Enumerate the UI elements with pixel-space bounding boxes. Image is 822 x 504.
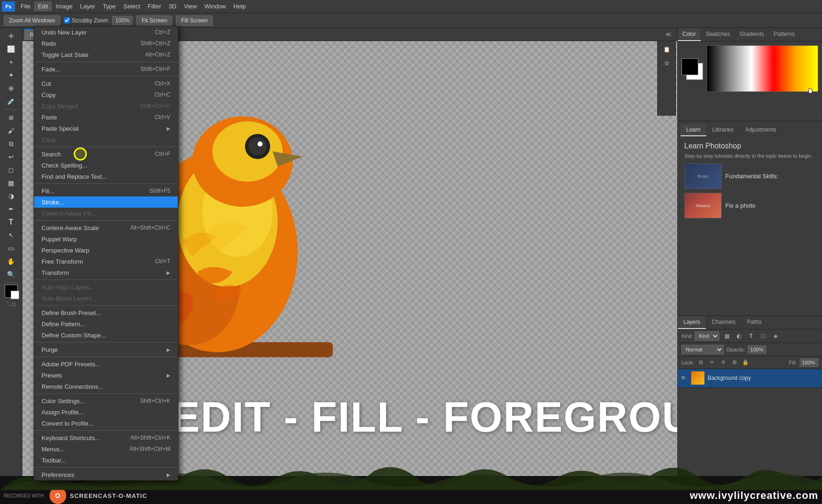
menu-item-fade[interactable]: Fade... Shift+Ctrl+F: [34, 63, 178, 75]
tool-shape[interactable]: ▭: [3, 242, 20, 254]
menu-type[interactable]: Type: [99, 1, 119, 11]
tool-eraser[interactable]: ◻: [3, 164, 20, 176]
default-colors[interactable]: ⬛◻: [7, 301, 16, 307]
menu-select[interactable]: Select: [119, 1, 144, 11]
menu-item-define-brush[interactable]: Define Brush Preset...: [34, 307, 178, 318]
tool-brush[interactable]: 🖌: [3, 125, 20, 137]
menu-item-clear[interactable]: Clear: [34, 134, 178, 145]
fit-screen-button[interactable]: Fit Screen: [136, 15, 172, 26]
filter-adj-icon[interactable]: ◐: [734, 331, 744, 341]
scrubby-zoom-checkbox[interactable]: [64, 17, 70, 23]
tool-zoom[interactable]: 🔍: [3, 268, 20, 280]
history-icon[interactable]: 📋: [659, 43, 674, 56]
menu-item-adobe-pdf[interactable]: Adobe PDF Presets...: [34, 358, 178, 370]
tool-eyedropper[interactable]: 💉: [3, 95, 20, 107]
filter-smart-icon[interactable]: ◈: [771, 331, 780, 341]
blend-mode-select[interactable]: Normal: [681, 345, 724, 354]
menu-item-stroke[interactable]: Stroke...: [34, 196, 178, 208]
menu-item-assign-profile[interactable]: Assign Profile...: [34, 406, 178, 418]
tab-patterns[interactable]: Patterns: [769, 28, 800, 41]
tab-channels[interactable]: Channels: [706, 316, 742, 329]
tab-color[interactable]: Color: [678, 28, 701, 41]
tab-adjustments[interactable]: Adjustments: [740, 124, 782, 136]
menu-view[interactable]: View: [180, 1, 201, 11]
tool-hand[interactable]: ✋: [3, 255, 20, 267]
menu-item-convert-profile[interactable]: Convert to Profile...: [34, 418, 178, 429]
menu-item-remote[interactable]: Remote Connections...: [34, 381, 178, 392]
tab-layers[interactable]: Layers: [678, 316, 706, 329]
menu-item-paste-special[interactable]: Paste Special ▶: [34, 123, 178, 134]
menu-item-puppet-warp[interactable]: Puppet Warp: [34, 233, 178, 245]
menu-item-purge[interactable]: Purge ▶: [34, 344, 178, 355]
tool-text[interactable]: T: [3, 216, 20, 228]
menu-item-paste[interactable]: Paste Ctrl+V: [34, 112, 178, 123]
tab-gradients[interactable]: Gradients: [735, 28, 769, 41]
tab-libraries[interactable]: Libraries: [707, 124, 740, 136]
tool-pen[interactable]: ✒: [3, 203, 20, 215]
filter-pixel-icon[interactable]: ▦: [722, 331, 731, 341]
menu-item-transform[interactable]: Transform ▶: [34, 267, 178, 278]
tool-magic-wand[interactable]: ✦: [3, 69, 20, 81]
opacity-input[interactable]: [748, 345, 766, 354]
lock-position-icon[interactable]: ✛: [719, 358, 727, 367]
menu-edit[interactable]: Edit: [34, 1, 52, 11]
menu-item-perspective-warp[interactable]: Perspective Warp: [34, 245, 178, 256]
filter-type-icon[interactable]: T: [746, 331, 756, 341]
tool-lasso[interactable]: ⌖: [3, 56, 20, 68]
menu-item-auto-blend[interactable]: Auto-Blend Layers...: [34, 293, 178, 304]
properties-icon[interactable]: ⚙: [659, 57, 674, 70]
tool-heal[interactable]: ⊛: [3, 112, 20, 124]
layer-visibility-icon[interactable]: 👁: [681, 375, 688, 381]
menu-item-keyboard-shortcuts[interactable]: Keyboard Shortcuts... Alt+Shift+Ctrl+K: [34, 432, 178, 443]
tutorial-fundamental[interactable]: Room Fundamental Skills:: [684, 163, 815, 189]
filter-shape-icon[interactable]: ⬡: [759, 331, 768, 341]
tab-paths[interactable]: Paths: [742, 316, 768, 329]
menu-item-presets[interactable]: Presets ▶: [34, 370, 178, 381]
tool-move[interactable]: ✛: [3, 30, 20, 42]
fill-input[interactable]: [800, 358, 818, 367]
zoom-all-windows-button[interactable]: Zoom All Windows: [4, 15, 60, 26]
menu-item-fill[interactable]: Fill... Shift+F5: [34, 185, 178, 196]
menu-item-define-pattern[interactable]: Define Pattern...: [34, 318, 178, 329]
menu-item-preferences[interactable]: Preferences ▶: [34, 469, 178, 480]
kind-select[interactable]: Kind: [695, 331, 719, 341]
menu-item-define-shape[interactable]: Define Custom Shape...: [34, 329, 178, 341]
tool-path-select[interactable]: ↖: [3, 229, 20, 241]
menu-file[interactable]: File: [17, 1, 34, 11]
menu-filter[interactable]: Filter: [144, 1, 165, 11]
menu-item-copy[interactable]: Copy Ctrl+C: [34, 89, 178, 100]
lock-artboard-icon[interactable]: ⊞: [730, 358, 738, 367]
menu-item-auto-align[interactable]: Auto-Align Layers...: [34, 281, 178, 293]
menu-item-redo[interactable]: Redo Shift+Ctrl+Z: [34, 38, 178, 49]
lock-transparent-icon[interactable]: ⊟: [696, 358, 705, 367]
close-panel-icon[interactable]: ≪: [661, 29, 675, 40]
tutorial-fix-photo[interactable]: Flowers Fix a photo: [684, 193, 815, 218]
menu-item-check-spelling[interactable]: Check Spelling...: [34, 160, 178, 171]
menu-window[interactable]: Window: [201, 1, 230, 11]
tool-history-brush[interactable]: ↩: [3, 151, 20, 163]
tool-dodge[interactable]: ◑: [3, 190, 20, 202]
menu-item-copy-merged[interactable]: Copy Merged Shift+Ctrl+C: [34, 100, 178, 112]
menu-item-toolbar[interactable]: Toolbar...: [34, 455, 178, 466]
menu-item-content-aware-fill[interactable]: Content-Aware Fill...: [34, 208, 178, 219]
menu-item-toggle-last-state[interactable]: Toggle Last State Alt+Ctrl+Z: [34, 49, 178, 60]
color-gradient-display[interactable]: [707, 45, 818, 92]
foreground-swatch[interactable]: [681, 58, 698, 75]
foreground-color[interactable]: [5, 285, 18, 298]
lock-all-icon[interactable]: 🔒: [741, 358, 750, 367]
tab-learn[interactable]: Learn: [681, 124, 707, 136]
menu-item-cut[interactable]: Cut Ctrl+X: [34, 78, 178, 89]
menu-item-free-transform[interactable]: Free Transform Ctrl+T: [34, 256, 178, 267]
tool-rect-select[interactable]: ⬜: [3, 43, 20, 55]
tool-crop[interactable]: ⊕: [3, 82, 20, 94]
tool-clone[interactable]: ⧉: [3, 138, 20, 150]
menu-help[interactable]: Help: [230, 1, 250, 11]
menu-item-search[interactable]: Search Ctrl+F: [34, 148, 178, 160]
menu-item-find-replace[interactable]: Find and Replace Text...: [34, 171, 178, 182]
lock-image-icon[interactable]: ✏: [708, 358, 716, 367]
layer-item-background-copy[interactable]: 👁 Background copy: [678, 369, 822, 388]
menu-layer[interactable]: Layer: [77, 1, 99, 11]
tool-gradient[interactable]: ▦: [3, 177, 20, 189]
fill-screen-button[interactable]: Fill Screen: [176, 15, 213, 26]
menu-item-menus[interactable]: Menus... Alt+Shift+Ctrl+M: [34, 443, 178, 455]
